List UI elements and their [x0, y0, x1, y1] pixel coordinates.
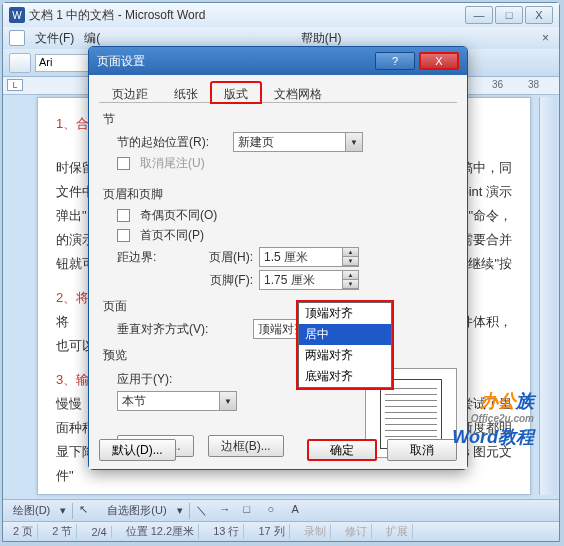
status-pagecount: 2/4 — [87, 526, 111, 538]
status-rev: 修订 — [341, 524, 372, 539]
statusbar: 2 页 2 节 2/4 位置 12.2厘米 13 行 17 列 录制 修订 扩展 — [3, 521, 559, 541]
oval-icon[interactable]: ○ — [268, 503, 286, 519]
status-page: 2 页 — [9, 524, 38, 539]
tab-layout[interactable]: 版式 — [211, 82, 261, 103]
save-icon[interactable] — [9, 53, 31, 73]
pointer-icon[interactable]: ↖ — [79, 503, 97, 519]
doc-text: 将 — [56, 310, 69, 334]
doc-text: oint 演示 — [461, 180, 512, 204]
doc-text: 件" — [56, 468, 74, 483]
group-headers: 页眉和页脚 — [103, 186, 457, 203]
font-name-combo[interactable]: Ari — [35, 54, 95, 72]
chevron-down-icon: ▼ — [345, 133, 362, 151]
autoshapes-menu[interactable]: 自选图形(U) — [103, 503, 170, 518]
draw-menu[interactable]: 绘图(D) — [9, 503, 54, 518]
option-bottom[interactable]: 底端对齐 — [299, 366, 391, 387]
doc-icon — [9, 30, 25, 46]
dialog-help-button[interactable]: ? — [375, 52, 415, 70]
group-preview: 预览 — [103, 347, 457, 364]
odd-even-checkbox[interactable] — [117, 209, 130, 222]
header-label: 页眉(H): — [183, 249, 253, 266]
spin-up-icon[interactable]: ▲ — [342, 248, 358, 257]
option-center[interactable]: 居中 — [299, 324, 391, 345]
group-page: 页面 — [103, 298, 457, 315]
spin-down-icon[interactable]: ▼ — [342, 257, 358, 266]
minimize-button[interactable]: — — [465, 6, 493, 24]
footer-distance-value: 1.75 厘米 — [264, 272, 315, 289]
doc-text: 2、将 — [56, 290, 89, 305]
valign-dropdown[interactable]: 顶端对齐 居中 两端对齐 底端对齐 — [298, 302, 392, 388]
dialog-body: 页边距 纸张 版式 文档网格 节 节的起始位置(R): 新建页 ▼ 取消尾注(U… — [89, 75, 467, 469]
suppress-endnotes-checkbox[interactable] — [117, 157, 130, 170]
status-ext: 扩展 — [382, 524, 413, 539]
rect-icon[interactable]: □ — [244, 503, 262, 519]
arrow-icon[interactable]: → — [220, 503, 238, 519]
tabs: 页边距 纸张 版式 文档网格 — [99, 81, 457, 103]
apply-to-label: 应用于(Y): — [117, 371, 197, 388]
ruler-mark: 38 — [528, 79, 539, 90]
apply-to-combo[interactable]: 本节 ▼ — [117, 391, 237, 411]
tab-grid[interactable]: 文档网格 — [261, 82, 335, 103]
drawing-toolbar: 绘图(D)▾ ↖ 自选图形(U)▾ ＼ → □ ○ A — [3, 499, 559, 521]
titlebar: W 文档 1 中的文档 - Microsoft Word — □ X — [3, 3, 559, 27]
section-start-value: 新建页 — [238, 134, 274, 151]
vertical-scrollbar[interactable] — [539, 97, 557, 495]
doc-text: 慢慢 — [56, 392, 82, 416]
dialog-title: 页面设置 — [97, 53, 371, 70]
apply-to-value: 本节 — [122, 393, 146, 410]
first-page-label: 首页不同(P) — [140, 227, 204, 244]
option-top[interactable]: 顶端对齐 — [299, 303, 391, 324]
section-start-label: 节的起始位置(R): — [117, 134, 227, 151]
line-icon[interactable]: ＼ — [196, 503, 214, 519]
doc-close-button[interactable]: × — [538, 29, 553, 47]
status-line: 13 行 — [209, 524, 244, 539]
maximize-button[interactable]: □ — [495, 6, 523, 24]
chevron-down-icon: ▼ — [219, 392, 236, 410]
ok-button[interactable]: 确定 — [307, 439, 377, 461]
dialog-titlebar[interactable]: 页面设置 ? X — [89, 47, 467, 75]
doc-text: 弹出" — [56, 204, 87, 228]
status-col: 17 列 — [254, 524, 289, 539]
valign-label: 垂直对齐方式(V): — [117, 321, 247, 338]
textbox-icon[interactable]: A — [292, 503, 310, 519]
status-at: 位置 12.2厘米 — [122, 524, 199, 539]
close-button[interactable]: X — [525, 6, 553, 24]
status-section: 2 节 — [48, 524, 77, 539]
tab-margins[interactable]: 页边距 — [99, 82, 161, 103]
doc-text: 3、输 — [56, 372, 89, 387]
default-button[interactable]: 默认(D)... — [99, 439, 176, 461]
spin-up-icon[interactable]: ▲ — [342, 271, 358, 280]
menu-file[interactable]: 文件(F) — [31, 28, 78, 49]
tab-type-icon[interactable]: L — [7, 79, 23, 91]
doc-text: 继续"按 — [468, 252, 512, 276]
spin-down-icon[interactable]: ▼ — [342, 280, 358, 289]
cancel-button[interactable]: 取消 — [387, 439, 457, 461]
window-title: 文档 1 中的文档 - Microsoft Word — [29, 7, 461, 24]
dialog-close-button[interactable]: X — [419, 52, 459, 70]
option-justify[interactable]: 两端对齐 — [299, 345, 391, 366]
page-setup-dialog: 页面设置 ? X 页边距 纸张 版式 文档网格 节 节的起始位置(R): 新建页… — [88, 46, 468, 470]
status-rec: 录制 — [300, 524, 331, 539]
group-section: 节 — [103, 111, 457, 128]
word-icon: W — [9, 7, 25, 23]
footer-distance-input[interactable]: 1.75 厘米 ▲▼ — [259, 270, 359, 290]
tab-paper[interactable]: 纸张 — [161, 82, 211, 103]
from-edge-label: 距边界: — [117, 249, 177, 266]
doc-text: 1、合 — [56, 116, 89, 131]
header-distance-input[interactable]: 1.5 厘米 ▲▼ — [259, 247, 359, 267]
ruler-mark: 36 — [492, 79, 503, 90]
header-distance-value: 1.5 厘米 — [264, 249, 308, 266]
footer-label: 页脚(F): — [183, 272, 253, 289]
section-start-combo[interactable]: 新建页 ▼ — [233, 132, 363, 152]
first-page-checkbox[interactable] — [117, 229, 130, 242]
suppress-endnotes-label: 取消尾注(U) — [140, 155, 205, 172]
odd-even-label: 奇偶页不同(O) — [140, 207, 217, 224]
